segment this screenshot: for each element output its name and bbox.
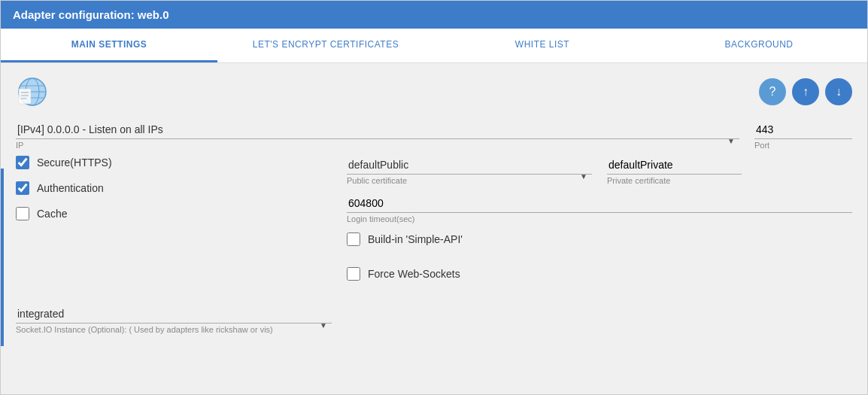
force-websockets-label: Force Web-Sockets [368, 268, 460, 280]
tab-main-settings[interactable]: MAIN SETTINGS [1, 29, 217, 62]
socket-io-select[interactable]: integrated [16, 305, 332, 324]
main-content: ? ↑ ↓ [IPv4] 0.0.0.0 - Listen on all IPs… [1, 63, 867, 346]
tab-bar: MAIN SETTINGS LET'S ENCRYPT CERTIFICATES… [1, 29, 867, 63]
ip-select[interactable]: [IPv4] 0.0.0.0 - Listen on all IPs [16, 120, 739, 139]
title-label: Adapter configuration: web.0 [13, 8, 169, 21]
authentication-checkbox[interactable] [16, 181, 29, 195]
cache-checkbox[interactable] [16, 207, 29, 220]
upload-button[interactable]: ↑ [792, 78, 819, 105]
adapter-config-window: Adapter configuration: web.0 MAIN SETTIN… [0, 0, 868, 395]
secure-https-label: Secure(HTTPS) [37, 156, 112, 169]
login-timeout-input[interactable] [347, 194, 852, 213]
secure-https-row: Secure(HTTPS) [16, 156, 332, 169]
accent-bar [1, 169, 4, 346]
left-checks: Secure(HTTPS) Authentication Cache [16, 156, 332, 293]
top-row: ? ↑ ↓ [16, 75, 852, 108]
port-input[interactable] [754, 120, 852, 139]
cert-row: defaultPublic Public certificate Private… [347, 156, 852, 185]
simple-api-checkbox[interactable] [347, 232, 360, 246]
private-cert-wrapper: Private certificate [607, 156, 852, 185]
ip-label: IP [16, 141, 739, 150]
socket-io-label: Socket.IO Instance (Optional): ( Used by… [16, 325, 332, 334]
cache-label: Cache [37, 208, 67, 220]
public-cert-wrapper: defaultPublic Public certificate [347, 156, 592, 185]
port-wrapper: Port [754, 120, 852, 150]
login-timeout-label: Login timeout(sec) [347, 214, 852, 223]
bottom-section: integrated Socket.IO Instance (Optional)… [16, 305, 852, 334]
public-cert-label: Public certificate [347, 176, 592, 185]
globe-icon [16, 75, 49, 108]
tab-white-list[interactable]: WHITE LIST [434, 29, 651, 62]
check-options: Build-in 'Simple-API' Force Web-Sockets [347, 232, 852, 293]
port-label: Port [754, 141, 852, 150]
public-cert-select[interactable]: defaultPublic [347, 156, 592, 175]
force-websockets-row: Force Web-Sockets [347, 267, 852, 281]
download-button[interactable]: ↓ [825, 78, 852, 105]
private-cert-input[interactable] [607, 156, 742, 175]
svg-rect-5 [19, 89, 31, 104]
help-button[interactable]: ? [759, 78, 786, 105]
ip-port-row: [IPv4] 0.0.0.0 - Listen on all IPs IP Po… [16, 120, 852, 150]
title-bar: Adapter configuration: web.0 [1, 1, 867, 29]
force-websockets-checkbox[interactable] [347, 267, 360, 281]
authentication-label: Authentication [37, 182, 104, 194]
secure-https-checkbox[interactable] [16, 156, 29, 169]
tab-lets-encrypt[interactable]: LET'S ENCRYPT CERTIFICATES [217, 29, 434, 62]
top-buttons: ? ↑ ↓ [759, 78, 852, 105]
simple-api-row: Build-in 'Simple-API' [347, 232, 852, 246]
right-settings: defaultPublic Public certificate Private… [347, 156, 852, 293]
authentication-row: Authentication [16, 181, 332, 195]
tab-background[interactable]: BACKGROUND [651, 29, 867, 62]
cache-row: Cache [16, 207, 332, 220]
timeout-row: Login timeout(sec) [347, 194, 852, 223]
private-cert-label: Private certificate [607, 176, 852, 185]
mid-section: Secure(HTTPS) Authentication Cache [16, 156, 852, 293]
ip-select-wrapper: [IPv4] 0.0.0.0 - Listen on all IPs IP [16, 120, 739, 150]
socket-io-wrapper: integrated Socket.IO Instance (Optional)… [16, 305, 332, 334]
simple-api-label: Build-in 'Simple-API' [368, 233, 463, 245]
